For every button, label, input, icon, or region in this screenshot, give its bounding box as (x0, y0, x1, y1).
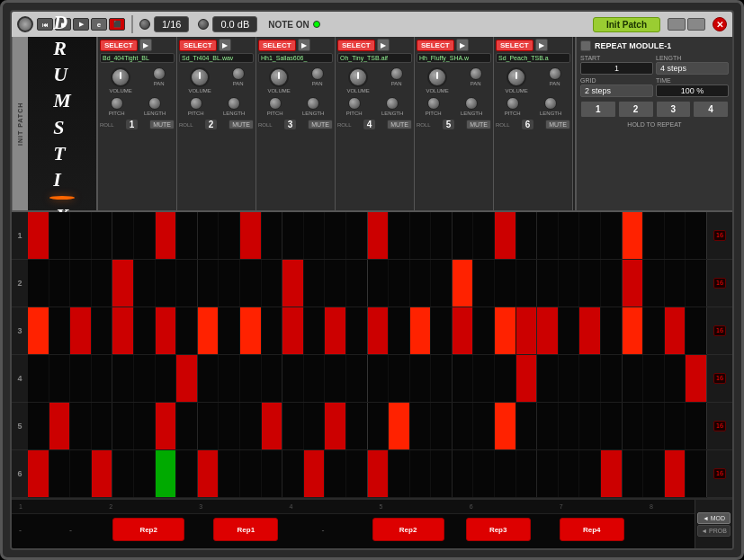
grid-cell-r6-c4[interactable] (92, 450, 113, 497)
rep-block-2[interactable]: Rep1 (213, 518, 278, 541)
grid-cell-r6-c32[interactable] (686, 450, 707, 497)
grid-cell-r4-c19[interactable] (410, 355, 432, 402)
grid-cell-r1-c27[interactable] (579, 212, 601, 259)
grid-cell-r5-c22[interactable] (473, 403, 495, 449)
grid-cell-r1-c23[interactable] (495, 212, 516, 259)
grid-cell-r5-c16[interactable] (346, 403, 368, 449)
grid-cell-r4-c22[interactable] (473, 355, 495, 402)
grid-cell-r3-c20[interactable] (431, 307, 453, 354)
grid-cell-r1-c30[interactable] (643, 212, 665, 259)
grid-cell-r2-c27[interactable] (579, 260, 601, 307)
grid-cell-r1-c26[interactable] (559, 212, 580, 259)
grid-cell-r2-c20[interactable] (431, 260, 453, 307)
grid-cell-r4-c31[interactable] (665, 355, 686, 402)
grid-cell-r5-c26[interactable] (559, 403, 580, 449)
grid-cell-r2-c28[interactable] (601, 260, 623, 307)
grid-cell-r5-c1[interactable] (28, 403, 49, 449)
grid-cell-r5-c11[interactable] (240, 403, 262, 449)
edit-button[interactable]: e (91, 18, 107, 31)
ch6-pan-knob[interactable] (549, 67, 561, 80)
grid-cell-r1-c20[interactable] (431, 212, 453, 259)
grid-cell-r3-c16[interactable] (346, 307, 368, 354)
grid-cell-r3-c27[interactable] (579, 307, 601, 354)
grid-cell-r6-c24[interactable] (516, 450, 538, 497)
grid-cell-r4-c10[interactable] (219, 355, 240, 402)
grid-cell-r2-c1[interactable] (28, 260, 49, 307)
grid-cell-r5-c9[interactable] (198, 403, 220, 449)
grid-cell-r2-c23[interactable] (495, 260, 516, 307)
ch4-pitch-knob[interactable] (348, 97, 361, 110)
grid-cell-r3-c30[interactable] (643, 307, 665, 354)
grid-cell-r4-c11[interactable] (240, 355, 262, 402)
ch5-arrow[interactable]: ▶ (456, 39, 469, 51)
ch2-select-btn[interactable]: SELECT (179, 40, 217, 51)
grid-cell-r1-c2[interactable] (49, 212, 71, 259)
grid-cell-r6-c29[interactable] (623, 450, 644, 497)
grid-cell-r1-c16[interactable] (346, 212, 368, 259)
grid-cell-r3-c32[interactable] (686, 307, 707, 354)
grid-cell-r1-c5[interactable] (112, 212, 134, 259)
ch4-pan-knob[interactable] (390, 67, 403, 80)
grid-cell-r3-c9[interactable] (198, 307, 220, 354)
grid-cell-r5-c30[interactable] (643, 403, 665, 449)
ch6-arrow[interactable]: ▶ (535, 39, 548, 51)
grid-cell-r1-c28[interactable] (601, 212, 623, 259)
grid-cell-r6-c3[interactable] (70, 450, 92, 497)
grid-cell-r2-c29[interactable] (623, 260, 644, 307)
grid-cell-r5-c29[interactable] (623, 403, 644, 449)
grid-cell-r4-c7[interactable] (156, 355, 177, 402)
grid-cell-r5-c8[interactable] (176, 403, 198, 449)
grid-cell-r1-c3[interactable] (70, 212, 92, 259)
grid-cell-r6-c28[interactable] (601, 450, 623, 497)
grid-cell-r6-c15[interactable] (325, 450, 346, 497)
ch4-arrow[interactable]: ▶ (377, 39, 390, 51)
grid-cell-r3-c15[interactable] (325, 307, 346, 354)
grid-cell-r5-c6[interactable] (134, 403, 156, 449)
grid-cell-r4-c17[interactable] (368, 355, 390, 402)
grid-cell-r3-c22[interactable] (473, 307, 495, 354)
grid-cell-r4-c25[interactable] (537, 355, 559, 402)
grid-cell-r2-c3[interactable] (70, 260, 92, 307)
grid-cell-r3-c19[interactable] (410, 307, 432, 354)
ch3-arrow[interactable]: ▶ (298, 39, 310, 51)
grid-cell-r4-c8[interactable] (176, 355, 198, 402)
grid-cell-r3-c13[interactable] (282, 307, 304, 354)
repeat-btn-3[interactable]: 3 (656, 101, 692, 118)
ch2-length-knob[interactable] (228, 97, 240, 110)
grid-cell-r2-c2[interactable] (49, 260, 71, 307)
grid-cell-r5-c10[interactable] (219, 403, 240, 449)
grid-cell-r3-c4[interactable] (92, 307, 113, 354)
grid-cell-r3-c29[interactable] (623, 307, 644, 354)
ch6-length-knob[interactable] (544, 97, 557, 110)
grid-cell-r1-c11[interactable] (240, 212, 262, 259)
grid-cell-r4-c14[interactable] (304, 355, 326, 402)
ch3-select-btn[interactable]: SELECT (258, 40, 296, 51)
ch5-length-knob[interactable] (465, 97, 478, 110)
grid-cell-r3-c14[interactable] (304, 307, 326, 354)
grid-cell-r6-c12[interactable] (262, 450, 283, 497)
grid-cell-r1-c8[interactable] (176, 212, 198, 259)
grid-cell-r4-c4[interactable] (92, 355, 113, 402)
grid-cell-r5-c20[interactable] (431, 403, 453, 449)
grid-cell-r6-c6[interactable] (134, 450, 156, 497)
rep-block-3[interactable]: Rep2 (372, 518, 444, 541)
grid-cell-r5-c19[interactable] (410, 403, 432, 449)
grid-cell-r6-c19[interactable] (410, 450, 432, 497)
ch1-pitch-knob[interactable] (111, 97, 123, 110)
ch5-pan-knob[interactable] (470, 67, 482, 80)
tempo-knob[interactable] (139, 19, 150, 30)
grid-cell-r1-c17[interactable] (368, 212, 390, 259)
grid-cell-r5-c12[interactable] (262, 403, 283, 449)
grid-cell-r4-c26[interactable] (559, 355, 580, 402)
grid-cell-r1-c14[interactable] (304, 212, 326, 259)
grid-cell-r6-c17[interactable] (368, 450, 390, 497)
grid-cell-r5-c15[interactable] (325, 403, 346, 449)
repeat-start-value[interactable]: 1 (580, 62, 653, 75)
grid-cell-r3-c5[interactable] (112, 307, 134, 354)
ch2-pan-knob[interactable] (232, 67, 245, 80)
grid-cell-r4-c15[interactable] (325, 355, 346, 402)
grid-cell-r1-c25[interactable] (537, 212, 559, 259)
grid-cell-r1-c18[interactable] (389, 212, 410, 259)
grid-cell-r3-c24[interactable] (516, 307, 538, 354)
grid-cell-r2-c14[interactable] (304, 260, 326, 307)
